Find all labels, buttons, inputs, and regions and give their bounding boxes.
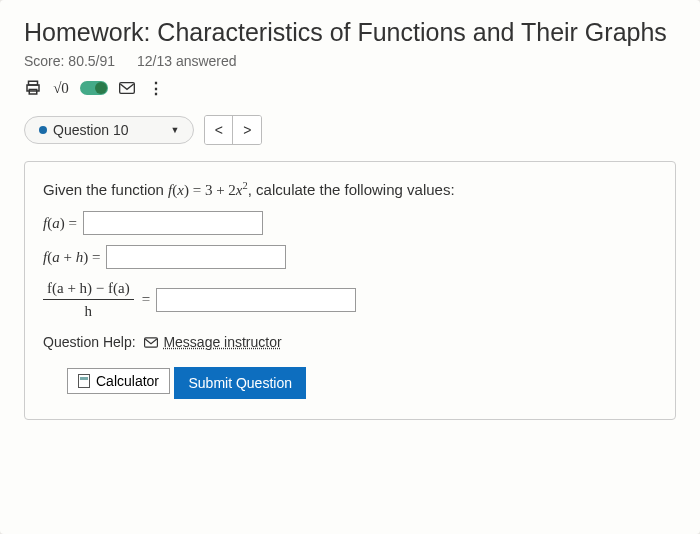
question-help: Question Help: Message instructor [43, 334, 657, 351]
status-dot-icon [39, 126, 47, 134]
question-prompt: Given the function f(x) = 3 + 2x2, calcu… [43, 180, 657, 199]
question-selector[interactable]: Question 10 ▼ [24, 116, 194, 144]
equals-sign: = [142, 291, 150, 308]
input-fa[interactable] [83, 211, 263, 235]
toolbar: √0 ⋮ [24, 79, 676, 97]
mail-icon-small [144, 335, 158, 351]
help-label: Question Help: [43, 334, 136, 350]
question-label: Question 10 [53, 122, 129, 138]
message-instructor-link[interactable]: Message instructor [163, 334, 281, 350]
calculator-icon [78, 374, 90, 388]
svg-rect-4 [144, 338, 157, 347]
page-title: Homework: Characteristics of Functions a… [24, 18, 676, 47]
next-question-button[interactable]: > [233, 116, 261, 144]
mail-icon[interactable] [118, 79, 136, 97]
math-sqrt-icon[interactable]: √0 [52, 79, 70, 97]
more-icon[interactable]: ⋮ [146, 79, 164, 97]
answer-row-fah: f(a + h) = [43, 245, 657, 269]
label-fah: f(a + h) = [43, 249, 100, 266]
calculator-label: Calculator [96, 373, 159, 389]
question-body: Given the function f(x) = 3 + 2x2, calcu… [24, 161, 676, 420]
label-fa: f(a) = [43, 215, 77, 232]
print-icon[interactable] [24, 79, 42, 97]
answered-count: 12/13 answered [137, 53, 237, 69]
answer-row-diff-quot: f(a + h) − f(a) h = [43, 279, 657, 320]
calculator-button[interactable]: Calculator [67, 368, 170, 394]
question-nav-buttons: < > [204, 115, 262, 145]
prev-question-button[interactable]: < [205, 116, 233, 144]
submit-button[interactable]: Submit Question [174, 367, 306, 399]
score-value: Score: 80.5/91 [24, 53, 115, 69]
toggle-switch[interactable] [80, 81, 108, 95]
label-diff-quot: f(a + h) − f(a) h [43, 279, 134, 320]
question-nav: Question 10 ▼ < > [24, 115, 676, 145]
input-fah[interactable] [106, 245, 286, 269]
score-line: Score: 80.5/91 12/13 answered [24, 53, 676, 69]
chevron-down-icon: ▼ [171, 125, 180, 135]
answer-row-fa: f(a) = [43, 211, 657, 235]
svg-rect-3 [120, 83, 135, 94]
input-diff-quot[interactable] [156, 288, 356, 312]
